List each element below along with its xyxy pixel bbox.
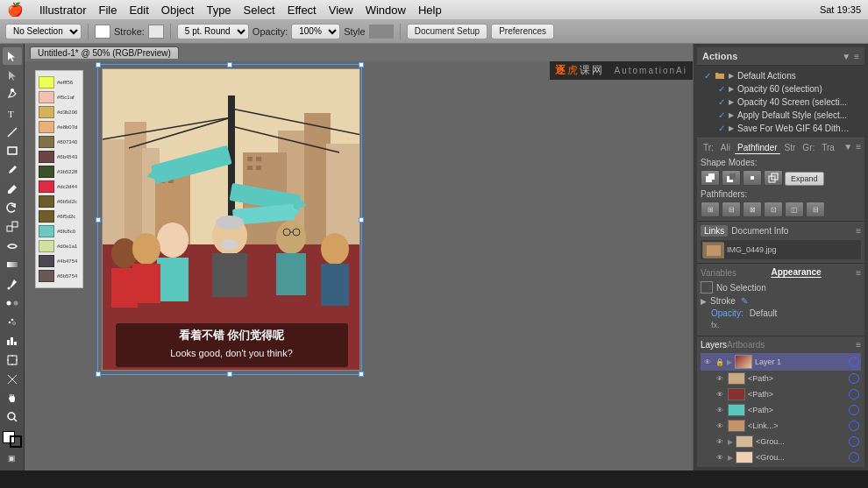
links-tab[interactable]: Links — [701, 225, 728, 237]
menu-type[interactable]: Type — [206, 4, 231, 17]
swatch-5[interactable] — [39, 136, 54, 148]
pathfinder-menu[interactable]: ≡ — [856, 142, 861, 154]
merge-button[interactable]: ⊠ — [743, 202, 762, 217]
layer-group-2[interactable]: 👁 ▶ <Grou... — [701, 449, 861, 465]
action-item-4[interactable]: ✓ ▶ Save For Web GIF 64 Dithe... — [701, 122, 861, 135]
swatch-2[interactable] — [39, 91, 54, 103]
actions-collapse[interactable]: ▼ — [842, 52, 850, 61]
stroke-weight-select[interactable]: 5 pt. Round — [177, 24, 249, 39]
column-graph-tool[interactable] — [3, 332, 22, 350]
fill-stroke-indicator[interactable] — [3, 431, 22, 449]
selection-indicator[interactable]: No Selection — [5, 24, 82, 39]
expand-button[interactable]: Expand — [785, 172, 824, 186]
trim-button[interactable]: ⊟ — [722, 202, 741, 217]
swatch-4[interactable] — [39, 121, 54, 133]
layer-1[interactable]: 👁 🔒 ▶ Layer 1 — [701, 353, 861, 371]
layer-path-3[interactable]: 👁 <Path> — [701, 402, 861, 418]
eyedropper-tool[interactable] — [3, 275, 22, 293]
variables-tab[interactable]: Variables — [701, 268, 736, 278]
layer-group-1[interactable]: 👁 ▶ <Grou... — [701, 434, 861, 449]
layers-tab[interactable]: Layers — [701, 340, 727, 350]
swatch-10[interactable] — [39, 210, 54, 223]
group2-eye[interactable]: 👁 — [715, 453, 725, 462]
blend-tool[interactable] — [3, 294, 22, 312]
layer-1-lock[interactable]: 🔒 — [715, 358, 724, 366]
action-item-3[interactable]: ✓ ▶ Apply Default Style (select... — [701, 109, 861, 122]
menu-window[interactable]: Window — [366, 4, 406, 17]
artboard-tool[interactable] — [3, 351, 22, 369]
menu-illustrator[interactable]: Illustrator — [39, 4, 86, 17]
tab-transparency[interactable]: Tra — [819, 142, 837, 154]
actions-folder[interactable]: ✓ ▶ Default Actions — [701, 68, 861, 82]
menu-view[interactable]: View — [329, 4, 353, 17]
tab-align[interactable]: Ali — [718, 142, 733, 154]
path-2-eye[interactable]: 👁 — [715, 390, 725, 399]
rectangle-tool[interactable] — [3, 142, 22, 159]
swatch-9[interactable] — [39, 195, 54, 208]
divide-button[interactable]: ⊞ — [701, 202, 720, 217]
document-setup-button[interactable]: Document Setup — [407, 24, 488, 39]
appearance-tab[interactable]: Appearance — [771, 267, 821, 278]
artboards-tab[interactable]: Artboards — [727, 340, 765, 350]
tab-transform[interactable]: Tr: — [701, 142, 716, 154]
pencil-tool[interactable] — [3, 180, 22, 198]
tab-pathfinder[interactable]: Pathfinder — [735, 142, 780, 154]
stroke-edit-icon[interactable]: ✎ — [741, 296, 748, 306]
menu-file[interactable]: File — [98, 4, 117, 17]
canvas-area[interactable]: Untitled-1* @ 50% (RGB/Preview) #efff56 … — [25, 44, 693, 470]
type-tool[interactable]: T — [3, 104, 22, 122]
swatch-12[interactable] — [39, 240, 54, 252]
opacity-select[interactable]: 100% — [291, 24, 340, 39]
crop-button[interactable]: ⊡ — [764, 202, 783, 217]
line-tool[interactable] — [3, 124, 22, 141]
minus-front-button[interactable] — [722, 170, 741, 186]
intersect-button[interactable] — [743, 170, 762, 186]
path-3-eye[interactable]: 👁 — [715, 406, 725, 414]
minus-back-button[interactable]: ⊟ — [806, 202, 825, 217]
warp-tool[interactable] — [3, 237, 22, 255]
swatch-11[interactable] — [39, 225, 54, 237]
style-box[interactable] — [369, 25, 394, 39]
swatch-13[interactable] — [39, 255, 54, 267]
action-item-1[interactable]: ✓ ▶ Opacity 60 (selection) — [701, 82, 861, 95]
direct-selection-tool[interactable] — [3, 67, 22, 84]
actions-menu[interactable]: ≡ — [854, 52, 859, 61]
menu-effect[interactable]: Effect — [288, 4, 317, 17]
apple-menu[interactable]: 🍎 — [7, 2, 24, 18]
layer-link[interactable]: 👁 <Link...> — [701, 418, 861, 434]
layer-1-eye[interactable]: 👁 — [702, 357, 713, 366]
appearance-color-box[interactable] — [701, 281, 713, 294]
hand-tool[interactable] — [3, 389, 22, 407]
layer-group-3[interactable]: 👁 ▶ <Grou... — [701, 465, 861, 467]
swatch-6[interactable] — [39, 151, 54, 163]
swatch-7[interactable] — [39, 166, 54, 178]
document-tab[interactable]: Untitled-1* @ 50% (RGB/Preview) — [30, 46, 179, 59]
tab-gradient[interactable]: Gr: — [800, 142, 817, 154]
gradient-tool[interactable] — [3, 257, 22, 274]
path-1-eye[interactable]: 👁 — [715, 374, 725, 383]
menu-select[interactable]: Select — [244, 4, 275, 17]
pathfinder-collapse[interactable]: ▼ — [843, 142, 852, 154]
swatch-8[interactable] — [39, 180, 54, 193]
swatch-1[interactable] — [39, 76, 54, 88]
action-item-2[interactable]: ✓ ▶ Opacity 40 Screen (selecti... — [701, 95, 861, 109]
appearance-menu[interactable]: ≡ — [856, 268, 861, 278]
scale-tool[interactable] — [3, 218, 22, 236]
layer-path-1[interactable]: 👁 <Path> — [701, 371, 861, 386]
stroke-color-box[interactable] — [148, 25, 164, 39]
swatch-3[interactable] — [39, 106, 54, 118]
unite-button[interactable] — [701, 170, 720, 186]
selection-tool[interactable] — [3, 47, 22, 65]
doc-info-tab[interactable]: Document Info — [728, 225, 792, 237]
group1-eye[interactable]: 👁 — [715, 437, 725, 446]
links-menu[interactable]: ≡ — [856, 226, 861, 236]
link-item-1[interactable]: IMG_0449.jpg — [701, 240, 861, 259]
menu-object[interactable]: Object — [161, 4, 195, 17]
artwork-canvas[interactable]: 看着不错 你们觉得呢 Looks good, don't you think? — [102, 68, 360, 371]
preferences-button[interactable]: Preferences — [491, 24, 554, 39]
outline-button[interactable]: ◫ — [785, 202, 804, 217]
link-eye[interactable]: 👁 — [715, 421, 725, 430]
layer-path-2[interactable]: 👁 <Path> — [701, 386, 861, 402]
paintbrush-tool[interactable] — [3, 161, 22, 179]
group2-expand[interactable]: ▶ — [728, 454, 733, 462]
